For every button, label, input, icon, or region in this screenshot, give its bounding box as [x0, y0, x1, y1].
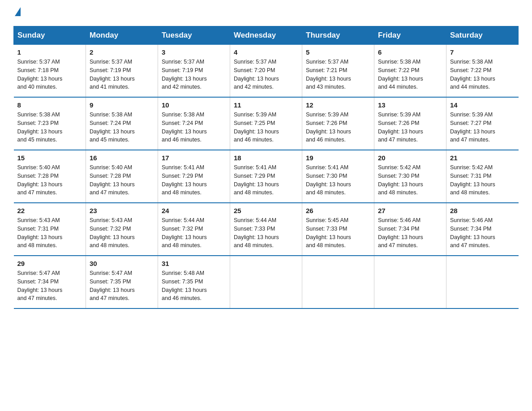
day-number: 12 — [306, 101, 370, 109]
day-number: 14 — [450, 101, 515, 109]
day-info: Sunrise: 5:38 AMSunset: 7:24 PMDaylight:… — [90, 111, 135, 143]
calendar-cell: 8 Sunrise: 5:38 AMSunset: 7:23 PMDayligh… — [14, 97, 86, 150]
calendar-cell: 17 Sunrise: 5:41 AMSunset: 7:29 PMDaylig… — [158, 150, 230, 203]
calendar-cell: 22 Sunrise: 5:43 AMSunset: 7:31 PMDaylig… — [14, 203, 86, 256]
day-info: Sunrise: 5:39 AMSunset: 7:26 PMDaylight:… — [306, 111, 351, 143]
calendar-cell: 28 Sunrise: 5:46 AMSunset: 7:34 PMDaylig… — [446, 203, 519, 256]
day-number: 13 — [378, 101, 442, 109]
day-info: Sunrise: 5:37 AMSunset: 7:19 PMDaylight:… — [162, 59, 207, 90]
day-info: Sunrise: 5:45 AMSunset: 7:33 PMDaylight:… — [306, 217, 351, 248]
day-info: Sunrise: 5:42 AMSunset: 7:31 PMDaylight:… — [450, 164, 495, 196]
calendar-cell: 2 Sunrise: 5:37 AMSunset: 7:19 PMDayligh… — [86, 45, 158, 98]
day-number: 7 — [450, 48, 515, 56]
calendar-row-week-4: 22 Sunrise: 5:43 AMSunset: 7:31 PMDaylig… — [14, 203, 519, 256]
logo — [13, 9, 21, 18]
calendar-cell: 21 Sunrise: 5:42 AMSunset: 7:31 PMDaylig… — [446, 150, 519, 203]
day-number: 5 — [306, 48, 370, 56]
day-number: 20 — [378, 154, 442, 162]
day-info: Sunrise: 5:39 AMSunset: 7:27 PMDaylight:… — [450, 111, 495, 143]
day-info: Sunrise: 5:40 AMSunset: 7:28 PMDaylight:… — [90, 164, 135, 196]
day-number: 1 — [17, 48, 82, 56]
day-info: Sunrise: 5:48 AMSunset: 7:35 PMDaylight:… — [162, 270, 207, 301]
day-info: Sunrise: 5:47 AMSunset: 7:35 PMDaylight:… — [90, 270, 135, 301]
calendar-cell: 23 Sunrise: 5:43 AMSunset: 7:32 PMDaylig… — [86, 203, 158, 256]
day-info: Sunrise: 5:37 AMSunset: 7:18 PMDaylight:… — [17, 59, 63, 90]
day-info: Sunrise: 5:38 AMSunset: 7:22 PMDaylight:… — [450, 59, 495, 90]
day-info: Sunrise: 5:37 AMSunset: 7:20 PMDaylight:… — [234, 59, 279, 90]
calendar-row-week-3: 15 Sunrise: 5:40 AMSunset: 7:28 PMDaylig… — [14, 150, 519, 203]
header-sunday: Sunday — [14, 26, 86, 45]
header-saturday: Saturday — [446, 26, 519, 45]
day-info: Sunrise: 5:39 AMSunset: 7:25 PMDaylight:… — [234, 111, 279, 143]
day-number: 22 — [17, 207, 82, 214]
calendar-cell: 10 Sunrise: 5:38 AMSunset: 7:24 PMDaylig… — [158, 97, 230, 150]
day-info: Sunrise: 5:43 AMSunset: 7:32 PMDaylight:… — [90, 217, 135, 248]
calendar-row-week-5: 29 Sunrise: 5:47 AMSunset: 7:34 PMDaylig… — [14, 256, 519, 308]
calendar-cell: 1 Sunrise: 5:37 AMSunset: 7:18 PMDayligh… — [14, 45, 86, 98]
day-number: 23 — [90, 207, 154, 214]
calendar-cell: 11 Sunrise: 5:39 AMSunset: 7:25 PMDaylig… — [230, 97, 302, 150]
day-number: 17 — [162, 154, 226, 162]
calendar-cell: 24 Sunrise: 5:44 AMSunset: 7:32 PMDaylig… — [158, 203, 230, 256]
day-number: 29 — [17, 260, 82, 267]
day-info: Sunrise: 5:38 AMSunset: 7:23 PMDaylight:… — [17, 111, 63, 143]
day-number: 19 — [306, 154, 370, 162]
day-info: Sunrise: 5:46 AMSunset: 7:34 PMDaylight:… — [450, 217, 495, 248]
day-number: 9 — [90, 101, 154, 109]
page-header — [13, 9, 519, 18]
day-number: 27 — [378, 207, 442, 214]
calendar-cell: 29 Sunrise: 5:47 AMSunset: 7:34 PMDaylig… — [14, 256, 86, 308]
calendar-cell: 13 Sunrise: 5:39 AMSunset: 7:26 PMDaylig… — [374, 97, 446, 150]
calendar-table: SundayMondayTuesdayWednesdayThursdayFrid… — [13, 26, 519, 309]
header-wednesday: Wednesday — [230, 26, 302, 45]
calendar-cell — [374, 256, 446, 308]
calendar-cell: 20 Sunrise: 5:42 AMSunset: 7:30 PMDaylig… — [374, 150, 446, 203]
calendar-cell: 30 Sunrise: 5:47 AMSunset: 7:35 PMDaylig… — [86, 256, 158, 308]
calendar-cell: 14 Sunrise: 5:39 AMSunset: 7:27 PMDaylig… — [446, 97, 519, 150]
header-friday: Friday — [374, 26, 446, 45]
calendar-cell — [446, 256, 519, 308]
calendar-cell: 15 Sunrise: 5:40 AMSunset: 7:28 PMDaylig… — [14, 150, 86, 203]
calendar-cell: 26 Sunrise: 5:45 AMSunset: 7:33 PMDaylig… — [302, 203, 374, 256]
logo-triangle — [15, 7, 21, 16]
header-thursday: Thursday — [302, 26, 374, 45]
day-info: Sunrise: 5:40 AMSunset: 7:28 PMDaylight:… — [17, 164, 63, 196]
calendar-cell — [230, 256, 302, 308]
header-monday: Monday — [86, 26, 158, 45]
calendar-cell: 25 Sunrise: 5:44 AMSunset: 7:33 PMDaylig… — [230, 203, 302, 256]
day-number: 6 — [378, 48, 442, 56]
calendar-cell: 6 Sunrise: 5:38 AMSunset: 7:22 PMDayligh… — [374, 45, 446, 98]
day-info: Sunrise: 5:41 AMSunset: 7:29 PMDaylight:… — [162, 164, 207, 196]
day-number: 28 — [450, 207, 515, 214]
day-number: 8 — [17, 101, 82, 109]
calendar-cell — [302, 256, 374, 308]
day-number: 18 — [234, 154, 298, 162]
day-info: Sunrise: 5:38 AMSunset: 7:24 PMDaylight:… — [162, 111, 207, 143]
day-info: Sunrise: 5:47 AMSunset: 7:34 PMDaylight:… — [17, 270, 63, 301]
header-tuesday: Tuesday — [158, 26, 230, 45]
day-info: Sunrise: 5:44 AMSunset: 7:32 PMDaylight:… — [162, 217, 207, 248]
day-info: Sunrise: 5:37 AMSunset: 7:19 PMDaylight:… — [90, 59, 135, 90]
day-number: 15 — [17, 154, 82, 162]
day-number: 16 — [90, 154, 154, 162]
calendar-row-week-1: 1 Sunrise: 5:37 AMSunset: 7:18 PMDayligh… — [14, 45, 519, 98]
calendar-cell: 9 Sunrise: 5:38 AMSunset: 7:24 PMDayligh… — [86, 97, 158, 150]
day-info: Sunrise: 5:37 AMSunset: 7:21 PMDaylight:… — [306, 59, 351, 90]
calendar-cell: 12 Sunrise: 5:39 AMSunset: 7:26 PMDaylig… — [302, 97, 374, 150]
day-number: 3 — [162, 48, 226, 56]
day-info: Sunrise: 5:42 AMSunset: 7:30 PMDaylight:… — [378, 164, 423, 196]
day-number: 21 — [450, 154, 515, 162]
calendar-header-row: SundayMondayTuesdayWednesdayThursdayFrid… — [14, 26, 519, 45]
calendar-row-week-2: 8 Sunrise: 5:38 AMSunset: 7:23 PMDayligh… — [14, 97, 519, 150]
calendar-cell: 3 Sunrise: 5:37 AMSunset: 7:19 PMDayligh… — [158, 45, 230, 98]
day-number: 25 — [234, 207, 298, 214]
day-number: 2 — [90, 48, 154, 56]
calendar-cell: 16 Sunrise: 5:40 AMSunset: 7:28 PMDaylig… — [86, 150, 158, 203]
day-number: 10 — [162, 101, 226, 109]
calendar-cell: 7 Sunrise: 5:38 AMSunset: 7:22 PMDayligh… — [446, 45, 519, 98]
day-number: 30 — [90, 260, 154, 267]
calendar-cell: 19 Sunrise: 5:41 AMSunset: 7:30 PMDaylig… — [302, 150, 374, 203]
day-number: 31 — [162, 260, 226, 267]
day-number: 24 — [162, 207, 226, 214]
day-info: Sunrise: 5:44 AMSunset: 7:33 PMDaylight:… — [234, 217, 279, 248]
